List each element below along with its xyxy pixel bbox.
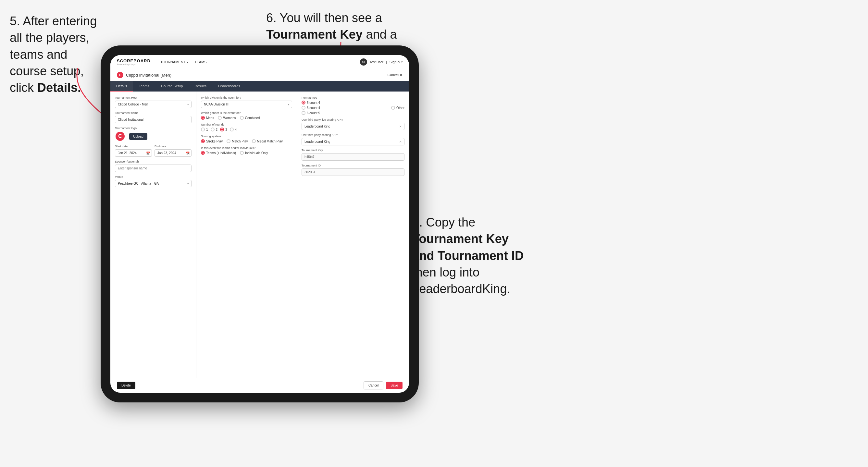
date-row: Start date 📅 End date 📅 xyxy=(115,145,191,157)
rounds-label: Number of rounds xyxy=(201,123,292,126)
round-3-radio[interactable] xyxy=(220,128,224,131)
nav-tournaments[interactable]: TOURNAMENTS xyxy=(160,60,188,64)
format-6count4-radio[interactable] xyxy=(302,106,306,110)
logo-area: SCOREBOARD Powered by clippd xyxy=(117,58,151,66)
round-2-radio[interactable] xyxy=(211,128,215,131)
format-5count4-radio[interactable] xyxy=(302,101,306,104)
format-left: 5 count 4 6 count 4 6 count 5 xyxy=(302,101,320,115)
format-right: Other xyxy=(391,106,404,110)
individuals-radio[interactable] xyxy=(240,151,244,155)
api1-input[interactable] xyxy=(302,123,404,130)
sign-out-link[interactable]: Sign out xyxy=(390,60,403,64)
scoring-medal-match[interactable]: Medal Match Play xyxy=(252,139,283,143)
venue-select[interactable]: Peachtree GC - Atlanta - GA xyxy=(115,180,191,187)
format-6count4[interactable]: 6 count 4 xyxy=(302,106,320,110)
tabs-bar: Details Teams Course Setup Results Leade… xyxy=(111,81,409,92)
nav-teams[interactable]: TEAMS xyxy=(194,60,207,64)
division-select[interactable]: NCAA Division III xyxy=(201,101,292,108)
scoring-label: Scoring system xyxy=(201,135,292,138)
api2-label: Use third-party scoring API? xyxy=(302,133,404,136)
tab-course-setup[interactable]: Course Setup xyxy=(155,81,189,92)
main-content: Tournament Host Clippd College - Men Tou… xyxy=(111,92,409,378)
top-nav: SCOREBOARD Powered by clippd TOURNAMENTS… xyxy=(111,55,409,69)
teams-plus-individuals[interactable]: Teams (+Individuals) xyxy=(201,151,236,155)
col-mid: Which division is the event for? NCAA Di… xyxy=(196,92,297,378)
logo-preview: C xyxy=(115,131,125,142)
format-6count5[interactable]: 6 count 5 xyxy=(302,111,320,115)
scoring-match-radio[interactable] xyxy=(226,139,230,143)
tab-teams[interactable]: Teams xyxy=(133,81,155,92)
format-type-label: Format type xyxy=(302,96,404,99)
logo-c-icon: C xyxy=(116,132,125,141)
tournament-logo-label: Tournament logo xyxy=(115,127,191,130)
annotation-bottom-right: 7. Copy the Tournament Key and Tournamen… xyxy=(412,214,549,297)
format-6count5-radio[interactable] xyxy=(302,111,306,115)
scoring-radio-group: Stroke Play Match Play Medal Match Play xyxy=(201,139,292,143)
logo-text: SCOREBOARD xyxy=(117,58,151,63)
tablet: SCOREBOARD Powered by clippd TOURNAMENTS… xyxy=(101,45,419,402)
gender-womens[interactable]: Womens xyxy=(218,116,236,120)
venue-select-wrapper: Peachtree GC - Atlanta - GA xyxy=(115,180,191,187)
gender-combined-radio[interactable] xyxy=(240,116,244,120)
round-3[interactable]: 3 xyxy=(220,128,227,131)
gender-combined[interactable]: Combined xyxy=(240,116,260,120)
round-2[interactable]: 2 xyxy=(211,128,218,131)
breadcrumb-bar: C Clippd Invitational (Men) Cancel ✕ xyxy=(111,69,409,81)
format-other-radio[interactable] xyxy=(391,106,395,110)
gender-womens-radio[interactable] xyxy=(218,116,222,120)
tournament-host-select[interactable]: Clippd College - Men xyxy=(115,101,191,108)
api1-input-row: ✕ xyxy=(302,123,404,130)
bottom-bar: Delete Cancel Save xyxy=(111,378,409,393)
scoring-medal-match-radio[interactable] xyxy=(252,139,256,143)
format-5count4[interactable]: 5 count 4 xyxy=(302,101,320,104)
round-4-radio[interactable] xyxy=(230,128,234,131)
sponsor-input[interactable] xyxy=(115,164,191,172)
user-avatar: SI xyxy=(360,58,367,66)
gender-radio-group: Mens Womens Combined xyxy=(201,116,292,120)
start-date-label: Start date xyxy=(115,145,152,148)
format-row: 5 count 4 6 count 4 6 count 5 xyxy=(302,101,404,115)
api2-input-row: ✕ xyxy=(302,138,404,145)
tournament-key-label: Tournament Key xyxy=(302,149,404,152)
breadcrumb-title: Clippd Invitational (Men) xyxy=(126,73,172,77)
gender-mens[interactable]: Mens xyxy=(201,116,214,120)
save-button[interactable]: Save xyxy=(386,382,403,389)
round-radio-group: 1 2 3 4 xyxy=(201,128,292,131)
sponsor-label: Sponsor (optional) xyxy=(115,160,191,163)
end-date-wrapper: 📅 xyxy=(155,149,191,157)
logo-upload-row: C Upload xyxy=(115,131,191,142)
teams-label: Is this event for Teams and/or Individua… xyxy=(201,146,292,150)
api1-label: Use third-party live scoring API? xyxy=(302,118,404,121)
tournament-name-input[interactable] xyxy=(115,116,191,123)
round-1[interactable]: 1 xyxy=(201,128,208,131)
tournament-id-label: Tournament ID xyxy=(302,164,404,167)
start-date-wrapper: 📅 xyxy=(115,149,152,157)
scoring-stroke[interactable]: Stroke Play xyxy=(201,139,223,143)
col-left: Tournament Host Clippd College - Men Tou… xyxy=(111,92,196,378)
tournament-host-label: Tournament Host xyxy=(115,96,191,99)
tab-leaderboards[interactable]: Leaderboards xyxy=(212,81,246,92)
gender-mens-radio[interactable] xyxy=(201,116,205,120)
api2-input[interactable] xyxy=(302,138,404,145)
scoring-match[interactable]: Match Play xyxy=(226,139,248,143)
scoring-stroke-radio[interactable] xyxy=(201,139,205,143)
round-1-radio[interactable] xyxy=(201,128,205,131)
tournament-host-select-wrapper: Clippd College - Men xyxy=(115,101,191,108)
tablet-screen: SCOREBOARD Powered by clippd TOURNAMENTS… xyxy=(111,55,409,393)
nav-right: SI Test User | Sign out xyxy=(360,58,403,66)
end-date-calendar-icon: 📅 xyxy=(186,151,190,155)
gender-label: Which gender is the event for? xyxy=(201,111,292,115)
api1-clear-icon[interactable]: ✕ xyxy=(399,125,402,128)
tab-details[interactable]: Details xyxy=(111,81,133,92)
cancel-button[interactable]: Cancel xyxy=(364,381,383,390)
breadcrumb-cancel[interactable]: Cancel ✕ xyxy=(388,73,403,77)
teams-radio[interactable] xyxy=(201,151,205,155)
round-4[interactable]: 4 xyxy=(230,128,237,131)
api2-clear-icon[interactable]: ✕ xyxy=(399,140,402,144)
breadcrumb-icon: C xyxy=(117,72,123,78)
delete-button[interactable]: Delete xyxy=(117,382,135,389)
tab-results[interactable]: Results xyxy=(189,81,212,92)
user-name: Test User xyxy=(370,60,383,64)
individuals-only[interactable]: Individuals Only xyxy=(240,151,268,155)
upload-button[interactable]: Upload xyxy=(129,133,147,140)
